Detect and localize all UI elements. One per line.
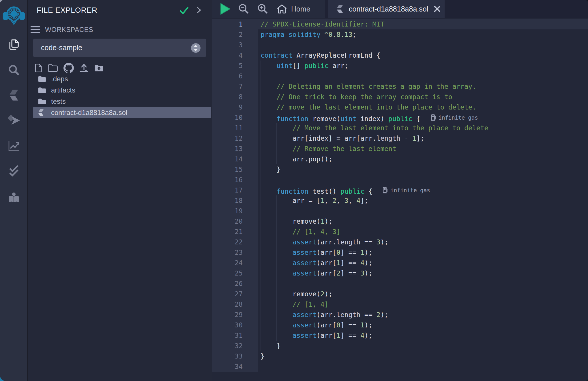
new-file-icon [35,63,42,73]
code-line-3[interactable]: 3 [212,40,588,50]
line-number: 28 [212,299,258,310]
code-line-21[interactable]: 21// [1, 4, 3] [212,227,588,237]
tree-file-contract-d1a8818a8a.sol[interactable]: contract-d1a8818a8a.sol [33,107,211,118]
sidebar-item-search[interactable] [0,62,27,78]
code-line-11[interactable]: 11// Move the last element into the plac… [212,123,588,133]
new-file-button[interactable] [35,63,42,73]
run-script-button[interactable] [220,3,231,15]
tree-folder-tests[interactable]: tests [28,96,211,107]
line-number: 25 [212,268,258,278]
line-number: 2 [212,29,258,40]
code-line-1[interactable]: 1// SPDX-License-Identifier: MIT [212,19,588,29]
new-folder-icon [48,64,58,72]
code-line-18[interactable]: 18arr = [1, 2, 3, 4]; [212,195,588,206]
code-line-2[interactable]: 2pragma solidity ^0.8.13; [212,29,588,40]
new-folder-button[interactable] [48,64,58,72]
line-number: 11 [212,123,258,133]
code-line-32[interactable]: 32} [212,341,588,351]
tree-folder-.deps[interactable]: .deps [28,73,211,84]
code-line-31[interactable]: 31assert(arr[1] == 4); [212,330,588,341]
zoom-in-button[interactable] [257,3,269,15]
code-line-14[interactable]: 14arr.pop(); [212,154,588,164]
close-tab-button[interactable] [433,5,441,13]
sidebar-item-deploy-run[interactable] [0,112,27,129]
line-number: 20 [212,216,258,227]
line-number: 12 [212,133,258,144]
code-line-16[interactable]: 16 [212,175,588,185]
line-number: 19 [212,206,258,216]
code-line-33[interactable]: 33} [212,351,588,361]
file-explorer-panel: FILE EXPLORER WORKSPACES code-sample [28,0,212,381]
line-number: 26 [212,278,258,289]
folder-icon [38,76,46,82]
tab-home[interactable]: Home [277,4,310,14]
zoom-out-button[interactable] [238,3,250,15]
code-line-17[interactable]: 17function test() public {infinite gas [212,185,588,195]
solidity-file-icon [38,109,44,116]
code-line-34[interactable]: 34 [212,361,588,372]
tree-folder-artifacts[interactable]: artifacts [28,84,211,96]
code-line-26[interactable]: 26 [212,278,588,289]
editor-pane: Home contract-d1a8818a8a.sol 1// [212,0,588,381]
line-number: 15 [212,164,258,175]
unit-testing-icon [8,165,20,177]
code-line-20[interactable]: 20remove(1); [212,216,588,227]
code-line-9[interactable]: 9// move the last element into the place… [212,102,588,112]
code-line-19[interactable]: 19 [212,206,588,216]
check-icon [179,5,189,16]
code-line-6[interactable]: 6 [212,71,588,81]
code-line-28[interactable]: 28// [1, 4] [212,299,588,310]
close-icon [433,5,441,13]
select-caret-icon [191,43,201,53]
upload-file-button[interactable] [79,63,89,73]
learneth-book-icon [8,192,20,205]
line-number: 9 [212,102,258,112]
zoom-in-icon [257,3,269,15]
workspaces-row: WORKSPACES [28,26,212,39]
clone-github-button[interactable] [63,63,74,73]
line-number: 1 [212,19,258,29]
code-editor[interactable]: 1// SPDX-License-Identifier: MIT2pragma … [212,18,588,381]
sidebar-item-plugins[interactable] [0,190,27,206]
code-line-15[interactable]: 15} [212,164,588,175]
code-line-25[interactable]: 25assert(arr[2] == 3); [212,268,588,278]
code-line-30[interactable]: 30assert(arr[0] == 1); [212,320,588,330]
code-line-5[interactable]: 5uint[] public arr; [212,61,588,71]
code-line-8[interactable]: 8// One trick to keep the array compact … [212,92,588,102]
line-number: 33 [212,351,258,361]
line-number: 13 [212,144,258,154]
tree-item-label: contract-d1a8818a8a.sol [51,109,127,117]
code-line-23[interactable]: 23assert(arr[0] == 1); [212,247,588,258]
code-line-7[interactable]: 7// Deleting an element creates a gap in… [212,81,588,92]
icon-sidebar [0,0,27,381]
remix-logo [3,3,25,26]
code-line-29[interactable]: 29assert(arr.length == 2); [212,310,588,320]
workspace-select[interactable]: code-sample [33,39,206,57]
upload-folder-button[interactable] [94,64,104,72]
line-number: 18 [212,195,258,206]
line-number: 27 [212,289,258,299]
code-line-27[interactable]: 27remove(2); [212,289,588,299]
line-number: 16 [212,175,258,185]
code-line-4[interactable]: 4contract ArrayReplaceFromEnd { [212,50,588,61]
expand-chevron-button[interactable] [195,6,203,15]
sidebar-item-unit-testing[interactable] [0,163,27,179]
code-line-13[interactable]: 13// Remove the last element [212,144,588,154]
line-number: 7 [212,81,258,92]
line-number: 5 [212,61,258,71]
sidebar-item-solidity-compiler[interactable] [0,87,27,103]
sidebar-item-analysis[interactable] [0,138,27,154]
code-line-12[interactable]: 12arr[index] = arr[arr.length - 1]; [212,133,588,144]
workspaces-menu-button[interactable] [31,26,40,33]
upload-file-icon [79,63,89,73]
code-line-10[interactable]: 10function remove(uint index) public {in… [212,112,588,123]
line-number: 17 [212,185,258,195]
code-line-24[interactable]: 24assert(arr[1] == 4); [212,258,588,268]
code-line-22[interactable]: 22assert(arr.length == 3); [212,237,588,247]
tab-contract-file[interactable]: contract-d1a8818a8a.sol [328,0,445,18]
line-number: 22 [212,237,258,247]
accept-check-button[interactable] [179,5,189,17]
sidebar-item-file-explorer[interactable] [0,37,27,53]
active-tab-label: contract-d1a8818a8a.sol [349,5,428,13]
remix-ide-window: FILE EXPLORER WORKSPACES code-sample [0,0,588,381]
